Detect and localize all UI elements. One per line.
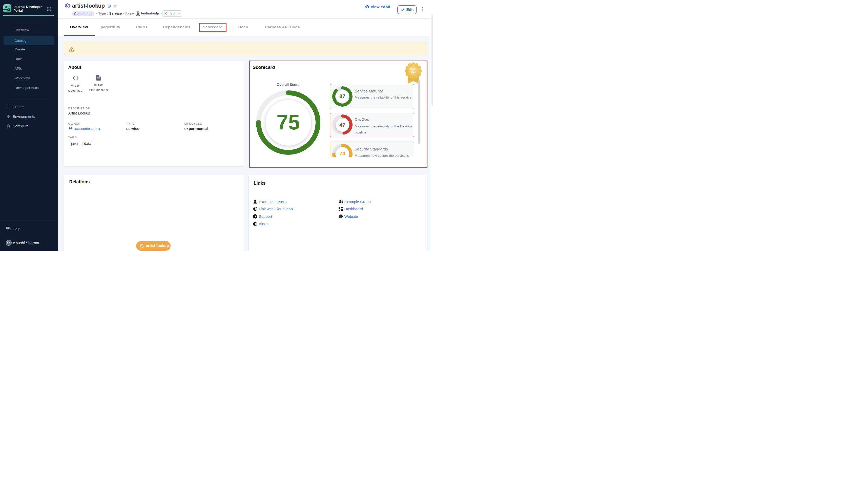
svg-text:?: ? <box>254 215 256 218</box>
svg-text:?: ? <box>7 227 9 230</box>
